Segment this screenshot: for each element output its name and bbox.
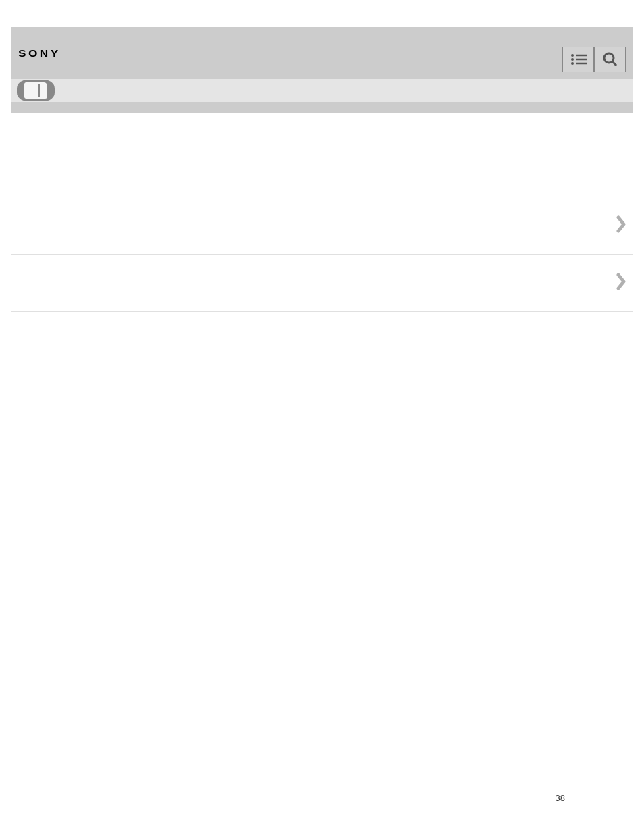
breadcrumb-bar bbox=[11, 79, 633, 102]
sub-bar bbox=[11, 102, 633, 113]
svg-point-6 bbox=[604, 53, 614, 63]
header-buttons bbox=[562, 47, 626, 72]
svg-point-2 bbox=[571, 58, 574, 61]
list-item[interactable] bbox=[11, 255, 633, 312]
brand-logo: SONY bbox=[18, 47, 61, 59]
topic-list bbox=[11, 197, 633, 312]
content-spacer bbox=[11, 113, 633, 197]
svg-point-4 bbox=[571, 62, 574, 65]
content-area bbox=[11, 113, 633, 312]
list-icon bbox=[570, 53, 587, 66]
help-guide-icon[interactable] bbox=[17, 80, 55, 101]
search-icon bbox=[603, 52, 618, 67]
chevron-right-icon bbox=[616, 215, 627, 236]
page-number: 38 bbox=[556, 793, 565, 803]
search-button[interactable] bbox=[594, 47, 626, 72]
page-container: SONY bbox=[0, 0, 644, 312]
chevron-right-icon bbox=[616, 272, 627, 294]
svg-point-0 bbox=[571, 54, 574, 57]
svg-line-7 bbox=[612, 61, 616, 66]
list-item[interactable] bbox=[11, 197, 633, 255]
header-bar: SONY bbox=[11, 27, 633, 79]
menu-list-button[interactable] bbox=[562, 47, 594, 72]
